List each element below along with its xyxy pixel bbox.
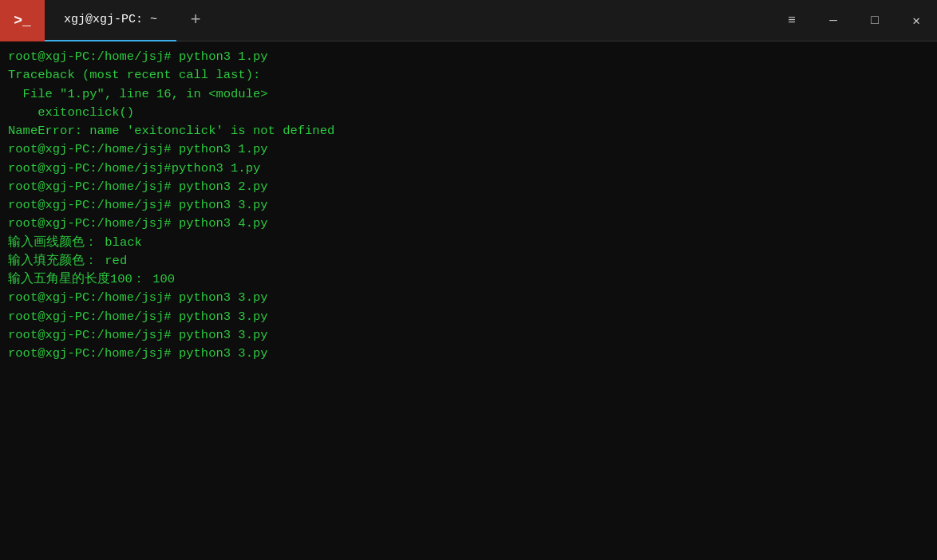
terminal-body: root@xgj-PC:/home/jsj# python3 1.pyTrace… xyxy=(0,41,937,560)
menu-button[interactable]: ≡ xyxy=(771,0,812,41)
menu-icon: ≡ xyxy=(788,14,796,28)
terminal-output[interactable]: root@xgj-PC:/home/jsj# python3 1.pyTrace… xyxy=(0,41,937,560)
terminal-icon-label: >_ xyxy=(14,13,31,29)
active-tab[interactable]: xgj@xgj-PC: ~ xyxy=(45,0,176,41)
minimize-icon: — xyxy=(829,14,837,28)
terminal-line: root@xgj-PC:/home/jsj# python3 3.py xyxy=(8,326,929,345)
terminal-line: root@xgj-PC:/home/jsj# python3 2.py xyxy=(8,178,929,196)
terminal-line: root@xgj-PC:/home/jsj# python3 4.py xyxy=(8,215,929,233)
terminal-line: 输入填充颜色： red xyxy=(8,252,929,270)
terminal-line: NameError: name 'exitonclick' is not def… xyxy=(8,122,929,140)
terminal-line: root@xgj-PC:/home/jsj# python3 3.py xyxy=(8,345,929,363)
maximize-button[interactable]: □ xyxy=(854,0,895,41)
titlebar-left: >_ xgj@xgj-PC: ~ + xyxy=(0,0,215,41)
terminal-line: root@xgj-PC:/home/jsj# python3 3.py xyxy=(8,289,929,307)
terminal-line: root@xgj-PC:/home/jsj#python3 1.py xyxy=(8,160,929,178)
close-button[interactable]: ✕ xyxy=(895,0,937,41)
window-controls: ≡ — □ ✕ xyxy=(771,0,937,41)
terminal-line: root@xgj-PC:/home/jsj# python3 3.py xyxy=(8,308,929,326)
titlebar: >_ xgj@xgj-PC: ~ + ≡ — □ ✕ xyxy=(0,0,937,41)
terminal-line: root@xgj-PC:/home/jsj# python3 1.py xyxy=(8,48,929,66)
terminal-line: 输入五角星的长度100： 100 xyxy=(8,270,929,289)
close-icon: ✕ xyxy=(912,13,920,29)
terminal-line: root@xgj-PC:/home/jsj# python3 1.py xyxy=(8,140,929,159)
maximize-icon: □ xyxy=(871,14,879,28)
new-tab-button[interactable]: + xyxy=(176,0,215,41)
minimize-button[interactable]: — xyxy=(812,0,854,41)
terminal-line: File "1.py", line 16, in <module> xyxy=(8,85,929,104)
terminal-line: 输入画线颜色： black xyxy=(8,234,929,252)
tab-label: xgj@xgj-PC: ~ xyxy=(64,13,157,26)
terminal-line: root@xgj-PC:/home/jsj# python3 3.py xyxy=(8,196,929,215)
terminal-line: exitonclick() xyxy=(8,104,929,122)
plus-icon: + xyxy=(190,10,200,30)
terminal-icon: >_ xyxy=(0,0,45,41)
terminal-line: Traceback (most recent call last): xyxy=(8,66,929,85)
